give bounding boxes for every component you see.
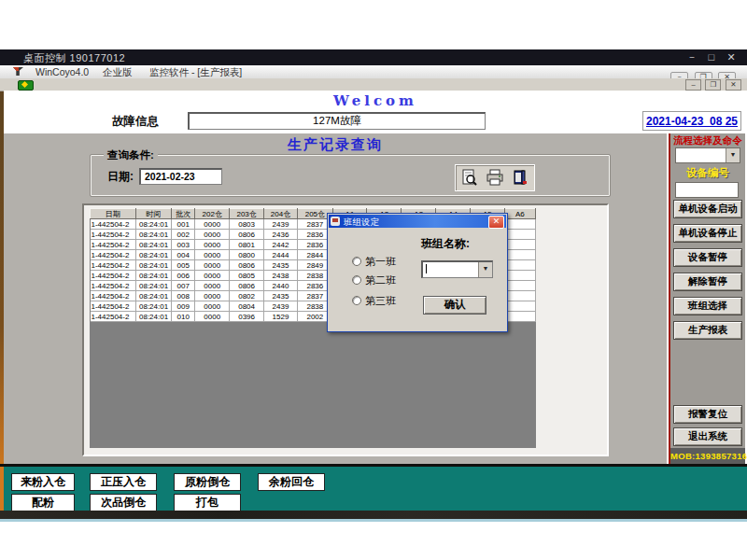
exit-button[interactable] <box>510 167 530 188</box>
shift-name-combobox[interactable]: ▼ <box>421 260 493 278</box>
menu-item-edition[interactable]: 企业版 <box>103 66 133 79</box>
table-cell: 1-442504-2 <box>91 219 136 230</box>
column-header[interactable]: 时间 <box>135 209 172 219</box>
close-icon[interactable]: ✕ <box>723 51 740 63</box>
print-preview-button[interactable] <box>459 167 480 188</box>
resume-button[interactable]: 解除暂停 <box>673 273 742 291</box>
shift-name-label: 班组名称: <box>421 236 470 252</box>
table-cell: 2436 <box>263 230 297 240</box>
minimize-icon[interactable]: － <box>684 50 700 64</box>
report-button[interactable]: 生产报表 <box>673 321 742 340</box>
table-cell <box>504 260 535 271</box>
process-combobox[interactable]: ▼ <box>675 147 740 163</box>
dialog-close-icon[interactable]: ✕ <box>488 216 504 229</box>
mdi-close-icon[interactable]: ✕ <box>726 79 741 91</box>
column-header[interactable]: 202仓 <box>195 209 230 219</box>
table-cell: 2442 <box>263 240 297 250</box>
flag-icon[interactable] <box>18 80 34 91</box>
screen: 桌面控制 190177012 － □ ✕ WinCoyo4.0 企业版 监控软件… <box>0 0 747 560</box>
device-pause-button[interactable]: 设备暂停 <box>673 248 742 267</box>
table-cell: 0000 <box>195 240 230 250</box>
table-cell: 1-442504-2 <box>91 312 136 322</box>
maximize-icon[interactable]: □ <box>703 51 720 63</box>
remote-desktop-title: 桌面控制 190177012 <box>23 51 125 65</box>
blend-button[interactable]: 配粉 <box>11 494 75 511</box>
radio-shift-1[interactable]: 第一班 <box>352 255 396 269</box>
table-cell: 0806 <box>230 230 263 240</box>
exit-system-button[interactable]: 退出系统 <box>673 427 742 446</box>
chevron-down-icon[interactable]: ▼ <box>726 148 740 162</box>
table-cell: 009 <box>172 301 195 312</box>
shift-select-button[interactable]: 班组选择 <box>673 297 742 315</box>
table-cell: 007 <box>172 281 195 291</box>
radio-icon <box>352 257 361 266</box>
dialog-title: 班组设定 <box>344 216 379 228</box>
radio-label: 第一班 <box>365 256 396 267</box>
menu-item-monitor[interactable]: 监控软件 - [生产报表] <box>149 66 242 79</box>
confirm-button[interactable]: 确认 <box>423 296 486 315</box>
pressure-in-button[interactable]: 正压入仓 <box>90 473 157 491</box>
raw-transfer-button[interactable]: 原粉倒仓 <box>174 473 241 491</box>
fault-label: 故障信息 <box>112 114 159 130</box>
table-cell: 1-442504-2 <box>91 271 136 281</box>
table-cell: 08:24:01 <box>135 312 172 322</box>
table-cell: 1-442504-2 <box>91 281 136 291</box>
mob-band: MOB:13938573168 <box>670 448 745 464</box>
device-stop-button[interactable]: 单机设备停止 <box>673 224 742 243</box>
device-number-input[interactable] <box>675 182 739 198</box>
column-header[interactable]: A6 <box>504 209 535 219</box>
desktop-edge-line <box>0 519 747 522</box>
table-cell: 08:24:01 <box>135 240 172 250</box>
radio-label: 第二班 <box>365 274 396 286</box>
column-header[interactable]: 批次 <box>172 209 195 219</box>
query-date-input[interactable]: 2021-02-23 <box>139 168 222 185</box>
device-number-label: 设备编号 <box>670 166 745 180</box>
column-header[interactable]: 日期 <box>91 209 136 219</box>
table-cell: 08:24:01 <box>135 260 172 271</box>
table-cell: 010 <box>172 312 195 322</box>
table-cell: 0801 <box>230 240 263 250</box>
radio-icon <box>352 275 361 285</box>
table-cell: 008 <box>172 291 195 301</box>
device-start-button[interactable]: 单机设备启动 <box>673 200 742 218</box>
app-logo-icon <box>13 67 23 76</box>
command-sidebar: 流程选择及命令 ▼ 设备编号 单机设备启动 单机设备停止 设备暂停 解除暂停 班… <box>669 133 745 464</box>
table-cell: 1529 <box>263 312 297 322</box>
table-cell <box>504 301 535 312</box>
surplus-return-button[interactable]: 余粉回仓 <box>258 473 325 491</box>
table-cell <box>504 230 535 240</box>
fault-message-field[interactable]: 127M故障 <box>188 112 486 130</box>
radio-shift-2[interactable]: 第二班 <box>352 273 396 287</box>
table-cell: 08:24:01 <box>135 271 172 281</box>
alarm-reset-button[interactable]: 报警复位 <box>673 405 742 424</box>
pack-button[interactable]: 打包 <box>174 494 241 511</box>
powder-in-button[interactable]: 来粉入仓 <box>11 473 75 491</box>
table-cell: 1-442504-2 <box>91 230 136 240</box>
table-cell: 0000 <box>195 271 230 281</box>
app-name[interactable]: WinCoyo4.0 <box>35 66 89 77</box>
sidebar-title: 流程选择及命令 <box>670 134 745 147</box>
table-cell: 0000 <box>195 230 230 240</box>
table-cell: 0805 <box>230 271 263 281</box>
table-cell: 0806 <box>230 281 263 291</box>
radio-shift-3[interactable]: 第三班 <box>352 294 396 308</box>
dialog-titlebar[interactable]: 班组设定 ✕ <box>329 215 506 228</box>
chevron-down-icon[interactable]: ▼ <box>478 262 492 277</box>
table-cell: 0000 <box>195 312 230 322</box>
defect-transfer-button[interactable]: 次品倒仓 <box>90 494 157 511</box>
table-cell: 0396 <box>230 312 263 322</box>
table-cell: 0000 <box>195 301 230 312</box>
report-toolbar <box>455 164 535 191</box>
query-groupbox-label: 查询条件: <box>104 148 158 162</box>
query-groupbox: 查询条件: 日期: 2021-02-23 <box>90 154 611 197</box>
fault-band: 故障信息 127M故障 2021-04-23 08 25 <box>4 110 747 133</box>
mdi-minimize-icon[interactable]: – <box>685 79 701 91</box>
mdi-restore-icon[interactable]: ❐ <box>705 79 721 91</box>
app-menubar: WinCoyo4.0 企业版 监控软件 - [生产报表] － ❐ ✕ <box>0 65 747 79</box>
column-header[interactable]: 203仓 <box>230 209 263 219</box>
app-toolbar: – ❐ ✕ <box>0 78 747 91</box>
column-header[interactable]: 204仓 <box>263 209 297 219</box>
table-cell: 2440 <box>263 281 297 291</box>
print-button[interactable] <box>485 167 505 188</box>
radio-icon <box>352 296 361 305</box>
